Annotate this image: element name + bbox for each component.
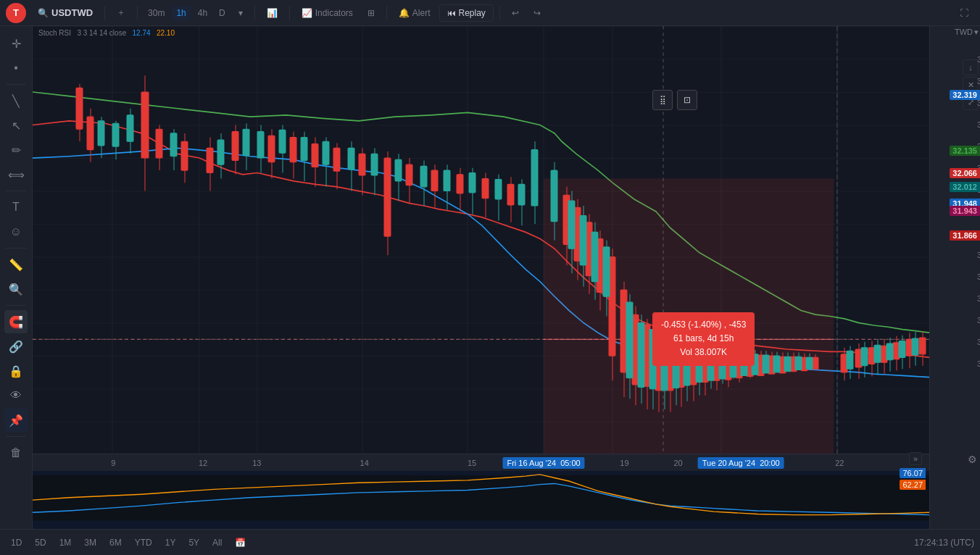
svg-rect-72 [323, 141, 329, 164]
svg-rect-62 [217, 140, 224, 164]
drag-handle[interactable]: ⣿ [652, 90, 673, 110]
svg-rect-36 [312, 144, 318, 167]
price-axis: TWD ▾ ↓ ✕ ⤢ 32.500 32.450 32.400 32.350 … [929, 26, 980, 529]
price-31900: 31.900 [977, 316, 980, 325]
tf-all[interactable]: All [207, 535, 227, 550]
tool-divider-1 [6, 84, 26, 85]
svg-rect-180 [806, 357, 813, 369]
svg-rect-48 [457, 175, 463, 193]
tf-1m[interactable]: 1M [54, 535, 77, 550]
eye-tool[interactable]: 👁 [4, 384, 28, 407]
emoji-tool[interactable]: ☺ [4, 220, 28, 243]
price-31800: 31.800 [977, 359, 980, 368]
dot-tool[interactable]: • [4, 57, 28, 80]
crosshair-tool[interactable]: ✛ [4, 32, 28, 55]
line-tool[interactable]: ╲ [4, 89, 28, 112]
scroll-down-btn[interactable]: ↓ [963, 59, 979, 75]
timeframe-dropdown-btn[interactable]: ▾ [233, 5, 249, 21]
chart-container[interactable]: 9 12 13 14 15 Fri 16 Aug '24 05:00 19 20… [33, 26, 980, 529]
date-15: 15 [468, 459, 476, 467]
rsi-price-badge-2: 62.27 [900, 480, 926, 490]
bar-type-btn[interactable]: 📊 [261, 5, 283, 21]
indicators-btn[interactable]: 📈 Indicators [296, 5, 359, 21]
zoom-tool[interactable]: 🔍 [4, 278, 28, 301]
divider-6 [499, 6, 500, 20]
tradingview-logo[interactable]: T [6, 3, 26, 23]
magnet-tool[interactable]: 🧲 [4, 310, 28, 333]
selection-toolbar: ⣿ ⊡ [652, 90, 697, 110]
main-area: ✛ • ╲ ↖ ✏ ⟺ T ☺ 📏 🔍 🧲 🔗 🔒 👁 📌 🗑 [0, 26, 980, 529]
text-tool[interactable]: T [4, 196, 28, 219]
svg-rect-40 [359, 154, 365, 175]
ruler-tool[interactable]: 📏 [4, 253, 28, 276]
price-badge-31866: 31.866 [950, 230, 980, 241]
top-toolbar: T 🔍 USDTWD ＋ 30m 1h 4h D ▾ 📊 📈 Indicator… [0, 0, 980, 26]
price-badge-32012: 32.012 [950, 182, 980, 192]
layout-btn[interactable]: ⊞ [362, 5, 381, 21]
cursor-tool[interactable]: ↖ [4, 114, 28, 137]
replay-btn[interactable]: ⏮ Replay [439, 4, 494, 22]
price-32000: 32.000 [977, 272, 980, 281]
measure-tool[interactable]: ⟺ [4, 163, 28, 186]
svg-rect-174 [773, 356, 780, 372]
price-badge-31943: 31.943 [950, 206, 980, 216]
tool-divider-5 [6, 436, 26, 437]
alert-btn[interactable]: 🔔 Alert [393, 5, 436, 21]
svg-rect-194 [919, 338, 926, 354]
calendar-btn[interactable]: 📅 [230, 535, 251, 550]
tf-ytd[interactable]: YTD [130, 535, 157, 550]
add-comparison-btn[interactable]: ＋ [111, 4, 131, 22]
undo-btn[interactable]: ↩ [506, 5, 525, 21]
pen-tool[interactable]: ✏ [4, 138, 28, 162]
timeframe-4h[interactable]: 4h [194, 6, 212, 20]
svg-rect-178 [795, 356, 802, 370]
svg-rect-26 [181, 141, 188, 170]
selection-resize-handle[interactable]: ⊡ [677, 90, 697, 110]
svg-rect-78 [395, 159, 402, 181]
tf-5d[interactable]: 5D [30, 535, 51, 550]
svg-rect-50 [482, 178, 489, 198]
gear-icon[interactable]: ⚙ [968, 454, 977, 465]
price-32450: 32.450 [977, 77, 980, 85]
date-12: 12 [199, 459, 207, 467]
fullscreen-btn[interactable]: ⛶ [954, 5, 974, 21]
timeframe-30m[interactable]: 30m [144, 6, 169, 20]
trash-tool[interactable]: 🗑 [4, 441, 28, 464]
svg-rect-158 [684, 346, 690, 385]
double-chevron-btn[interactable]: » [909, 452, 922, 465]
svg-rect-52 [507, 184, 514, 204]
svg-rect-146 [603, 247, 610, 296]
timeframe-D[interactable]: D [215, 6, 230, 20]
symbol-selector[interactable]: 🔍 USDTWD [32, 5, 99, 20]
divider-5 [386, 6, 387, 20]
rsi-value-1: 12.74 [133, 29, 151, 37]
tf-1y[interactable]: 1Y [160, 535, 181, 550]
lock-tool[interactable]: 🔒 [4, 359, 28, 383]
pin-tool[interactable]: 📌 [4, 409, 28, 432]
svg-rect-82 [444, 170, 450, 191]
redo-btn[interactable]: ↪ [528, 5, 547, 21]
dropdown-icon[interactable]: ▾ [974, 28, 979, 37]
svg-rect-64 [243, 129, 249, 155]
svg-rect-30 [232, 132, 238, 161]
price-32500: 32.500 [977, 55, 980, 64]
date-fri16: Fri 16 Aug '24 05:00 [502, 457, 584, 469]
tf-3m[interactable]: 3M [79, 535, 101, 550]
price-badge-32135: 32.135 [950, 146, 980, 156]
tf-1d[interactable]: 1D [6, 535, 27, 550]
svg-rect-86 [495, 180, 502, 199]
svg-rect-32 [268, 135, 275, 162]
tf-6m[interactable]: 6M [104, 535, 127, 550]
date-19: 19 [620, 459, 628, 467]
svg-rect-44 [406, 164, 412, 185]
tf-5y[interactable]: 5Y [183, 535, 204, 550]
price-31950: 31.950 [977, 294, 980, 303]
svg-rect-162 [707, 350, 714, 380]
svg-rect-166 [730, 353, 736, 377]
sync-tool[interactable]: 🔗 [4, 335, 28, 358]
svg-rect-144 [591, 232, 598, 281]
tool-divider-3 [6, 248, 26, 249]
fullscreen-icon: ⛶ [960, 8, 968, 18]
svg-rect-152 [649, 330, 656, 389]
timeframe-1h[interactable]: 1h [172, 6, 190, 20]
